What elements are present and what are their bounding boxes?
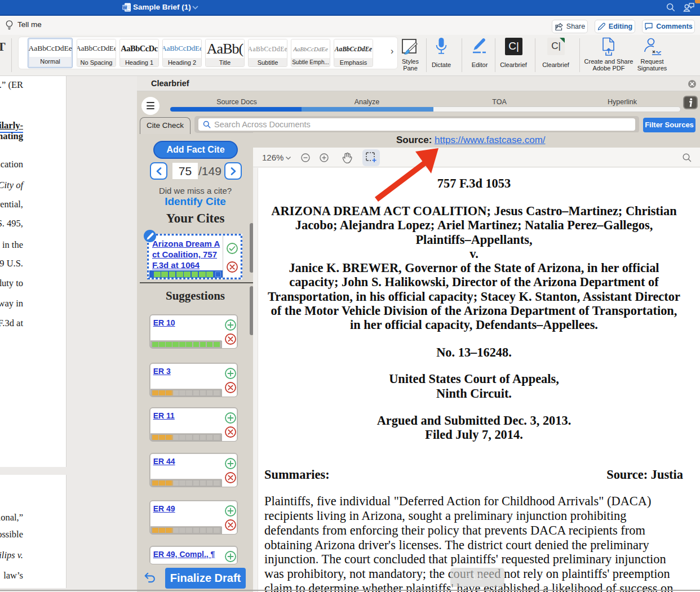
svg-text:W: W	[123, 5, 127, 10]
